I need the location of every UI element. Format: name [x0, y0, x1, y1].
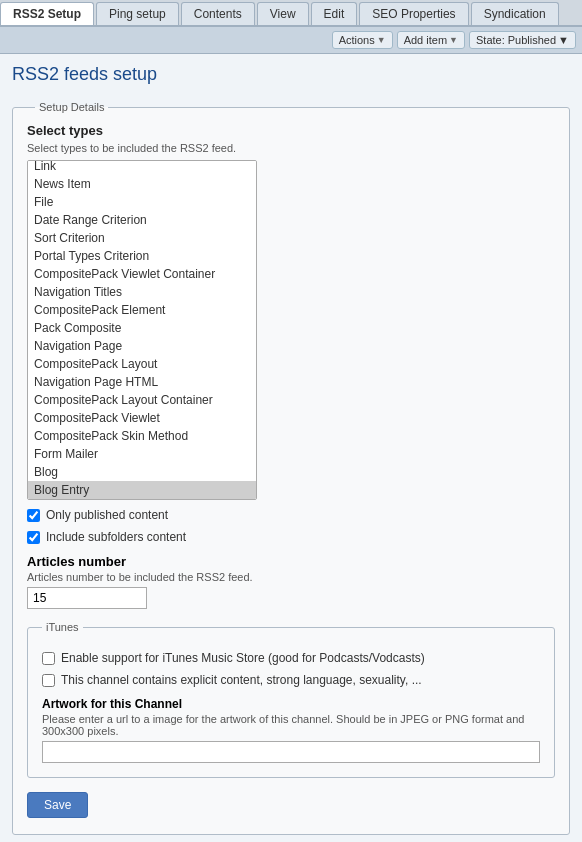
include-subfolders-checkbox[interactable] [27, 531, 40, 544]
artwork-title: Artwork for this Channel [42, 697, 540, 711]
actions-button[interactable]: Actions ▼ [332, 31, 393, 49]
save-button[interactable]: Save [27, 792, 88, 818]
tab-ping-setup[interactable]: Ping setup [96, 2, 179, 25]
page-title: RSS2 feeds setup [12, 64, 570, 89]
list-item[interactable]: News Item [28, 175, 256, 193]
only-published-checkbox[interactable] [27, 509, 40, 522]
list-item[interactable]: Blog [28, 463, 256, 481]
types-select-list[interactable]: FolderLinkNews ItemFileDate Range Criter… [27, 160, 257, 500]
list-item[interactable]: CompositePack Viewlet Container [28, 265, 256, 283]
articles-number-title: Articles number [27, 554, 555, 569]
list-item[interactable]: Sort Criterion [28, 229, 256, 247]
add-item-button[interactable]: Add item ▼ [397, 31, 465, 49]
only-published-label: Only published content [46, 508, 168, 522]
list-item[interactable]: File [28, 193, 256, 211]
save-button-label: Save [44, 798, 71, 812]
add-item-label: Add item [404, 34, 447, 46]
actions-label: Actions [339, 34, 375, 46]
articles-number-input[interactable] [27, 587, 147, 609]
list-item[interactable]: Navigation Titles [28, 283, 256, 301]
list-item[interactable]: Form Mailer [28, 445, 256, 463]
add-item-arrow-icon: ▼ [449, 35, 458, 45]
itunes-fieldset: iTunes Enable support for iTunes Music S… [27, 621, 555, 778]
select-types-title: Select types [27, 123, 555, 138]
tab-syndication[interactable]: Syndication [471, 2, 559, 25]
tab-view[interactable]: View [257, 2, 309, 25]
toolbar: Actions ▼ Add item ▼ State: Published ▼ [0, 27, 582, 54]
tab-rss2-setup[interactable]: RSS2 Setup [0, 2, 94, 25]
articles-number-desc: Articles number to be included the RSS2 … [27, 571, 555, 583]
list-item[interactable]: CompositePack Element [28, 301, 256, 319]
tabs-bar: RSS2 SetupPing setupContentsViewEditSEO … [0, 0, 582, 27]
list-item[interactable]: CompositePack Skin Method [28, 427, 256, 445]
tab-edit[interactable]: Edit [311, 2, 358, 25]
list-item[interactable]: CompositePack Viewlet [28, 409, 256, 427]
tab-contents[interactable]: Contents [181, 2, 255, 25]
enable-support-row: Enable support for iTunes Music Store (g… [42, 651, 540, 665]
enable-support-checkbox[interactable] [42, 652, 55, 665]
list-item[interactable]: Portal Types Criterion [28, 247, 256, 265]
only-published-row: Only published content [27, 508, 555, 522]
explicit-content-checkbox[interactable] [42, 674, 55, 687]
artwork-desc: Please enter a url to a image for the ar… [42, 713, 540, 737]
state-button[interactable]: State: Published ▼ [469, 31, 576, 49]
artwork-input[interactable] [42, 741, 540, 763]
include-subfolders-row: Include subfolders content [27, 530, 555, 544]
state-label: State: Published [476, 34, 556, 46]
explicit-content-row: This channel contains explicit content, … [42, 673, 540, 687]
list-item[interactable]: CompositePack Layout Container [28, 391, 256, 409]
list-item[interactable]: Navigation Page HTML [28, 373, 256, 391]
setup-details-fieldset: Setup Details Select types Select types … [12, 101, 570, 835]
list-item[interactable]: Navigation Page [28, 337, 256, 355]
include-subfolders-label: Include subfolders content [46, 530, 186, 544]
select-types-desc: Select types to be included the RSS2 fee… [27, 142, 555, 154]
explicit-content-label: This channel contains explicit content, … [61, 673, 422, 687]
setup-details-legend: Setup Details [35, 101, 108, 113]
main-content: RSS2 feeds setup Setup Details Select ty… [0, 54, 582, 842]
list-item[interactable]: Link [28, 160, 256, 175]
list-item[interactable]: Pack Composite [28, 319, 256, 337]
tab-seo-properties[interactable]: SEO Properties [359, 2, 468, 25]
list-item[interactable]: Date Range Criterion [28, 211, 256, 229]
state-arrow-icon: ▼ [558, 34, 569, 46]
enable-support-label: Enable support for iTunes Music Store (g… [61, 651, 425, 665]
list-item[interactable]: Blog Entry [28, 481, 256, 499]
actions-arrow-icon: ▼ [377, 35, 386, 45]
itunes-legend: iTunes [42, 621, 83, 633]
list-item[interactable]: CompositePack Layout [28, 355, 256, 373]
